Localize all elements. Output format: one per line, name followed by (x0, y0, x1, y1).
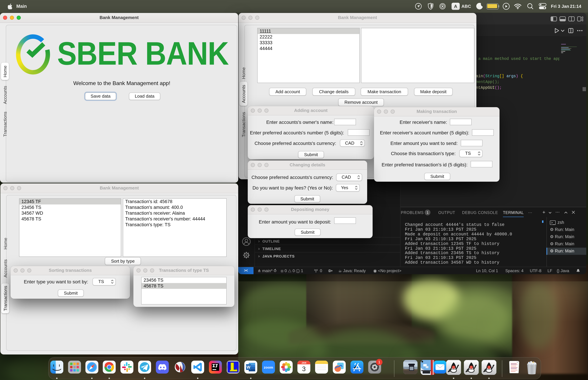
svg-text:3: 3 (302, 365, 305, 373)
svg-text:W: W (247, 365, 250, 369)
svg-text:zoom: zoom (264, 365, 273, 369)
svg-text:JAN: JAN (302, 361, 306, 364)
